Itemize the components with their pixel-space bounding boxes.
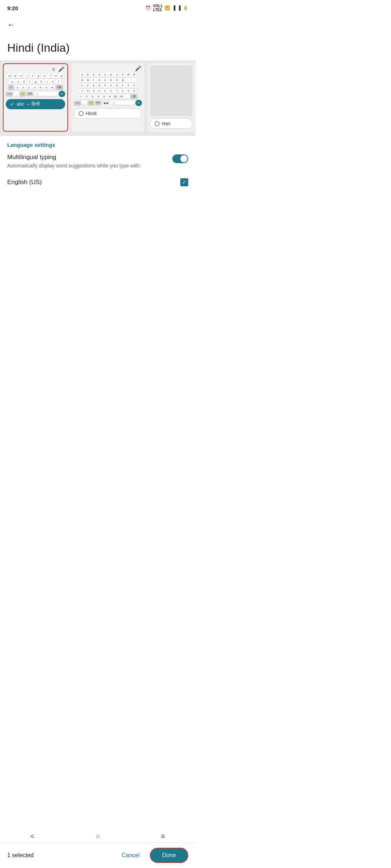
shift-key: ⇧ — [8, 85, 14, 90]
key-f: f — [27, 79, 32, 84]
qwerty-option-button[interactable]: ✓ abc → हिन्दी — [6, 99, 65, 109]
han-option-label: Han — [162, 121, 171, 126]
key-u: u7 — [42, 73, 47, 78]
key-v: v — [32, 85, 37, 90]
key-r: r4 — [24, 73, 29, 78]
enter-key: ↵ — [59, 91, 65, 97]
deva-key-sa2: स — [90, 94, 95, 99]
status-bar: 9:20 ⏰ VOL1LTE2 📶 ▐ ▐ 🔋 — [0, 0, 196, 14]
deva-key-pa: प — [79, 89, 84, 93]
multilingual-label: Multilingual typing — [7, 154, 172, 161]
signal2-icon: ▐ — [177, 5, 181, 10]
deva-key-da2: द — [120, 84, 125, 88]
key-j: j — [45, 79, 50, 84]
key-g: g — [33, 79, 38, 84]
qwerty-option-label: abc → हिन्दी — [17, 101, 40, 107]
deva-key-cha: च — [102, 78, 108, 82]
key-p: p0 — [59, 73, 64, 78]
deva-key-ka: क — [79, 78, 84, 82]
multilingual-setting-text: Multilingual typing Automatically displa… — [7, 154, 172, 170]
multilingual-toggle-container[interactable] — [172, 154, 188, 163]
deva-key-3: इ — [91, 73, 96, 77]
battery-icon: 🔋 — [183, 5, 188, 10]
toggle-knob — [180, 155, 188, 162]
han-option-button[interactable]: Han — [150, 118, 193, 129]
multilingual-desc: Automatically display word suggestions w… — [7, 162, 172, 170]
key-e: e3 — [18, 73, 24, 78]
key-y: y6 — [36, 73, 41, 78]
chevron-down-icon: ∨ — [52, 66, 55, 72]
space-key: | — [34, 92, 58, 96]
status-time: 9:20 — [7, 5, 18, 11]
num-key: ?२३ — [6, 92, 13, 96]
deva-key-dot3: . — [125, 94, 130, 99]
key-l: l — [56, 79, 61, 84]
backspace-key: ⌫ — [55, 85, 63, 90]
keyboard-card-qwerty[interactable]: ∨ 🎤 q1 w2 e3 r4 t5 y6 u7 i8 o9 p0 a s d … — [3, 63, 68, 132]
deva-space-key: | — [111, 101, 135, 105]
mic-icon-deva: 🎤 — [135, 65, 141, 71]
deva-key-la: ल — [120, 89, 125, 93]
key-k: k — [50, 79, 55, 84]
key-o: o9 — [53, 73, 58, 78]
key-w: w2 — [13, 73, 18, 78]
comma-key: , — [14, 92, 19, 96]
deva-key-chha: छ — [108, 78, 113, 82]
wifi-icon: 📶 — [165, 5, 170, 10]
deva-enter-key: ↵ — [135, 100, 142, 106]
key-z: z — [15, 85, 20, 90]
deva-key-1: अ — [79, 73, 84, 77]
deva-comma-key: , — [82, 101, 87, 105]
key-n: n — [44, 85, 49, 90]
key-q: q1 — [7, 73, 12, 78]
back-button[interactable]: ← — [0, 14, 196, 33]
deva-key-9: ओ — [126, 73, 131, 77]
deva-key-2: आ — [85, 73, 90, 77]
deva-key-sa: ष — [84, 94, 89, 99]
multilingual-toggle[interactable] — [172, 154, 188, 163]
key-c: c — [26, 85, 31, 90]
key-d: d — [21, 79, 26, 84]
deva-key-7: ए — [114, 73, 119, 77]
deva-key-ga: ग — [91, 78, 96, 82]
key-s: s — [16, 79, 21, 84]
deva-key-da: ड — [91, 84, 96, 88]
alarm-icon: ⏰ — [146, 5, 151, 10]
deva-key-shra: श्र — [113, 94, 118, 99]
deva-key-dha: ढ — [97, 84, 102, 88]
deva-key-ksha: क्ष — [107, 94, 112, 99]
deva-key-5: उ — [102, 73, 108, 77]
deva-key-jha: झ — [120, 78, 125, 82]
deva-key-ja2: ज़ — [101, 94, 106, 99]
hindi-option-label: Hindi — [86, 111, 97, 116]
deva-key-8: ऐ — [120, 73, 125, 77]
key-t: t5 — [30, 73, 35, 78]
english-us-checkbox[interactable]: ✓ — [180, 178, 188, 186]
keyboard-card-han[interactable]: Han — [148, 63, 195, 132]
deva-key-fa: फ — [85, 89, 90, 93]
mic-icon: 🎤 — [58, 66, 64, 72]
radio-han-icon — [155, 121, 160, 126]
keyboard-card-devanagari[interactable]: 🎤 अ आ इ ई उ ऊ ए ऐ ओ औ क ख ग घ च छ — [72, 63, 144, 132]
page-title: Hindi (India) — [0, 33, 196, 60]
signal1-icon: ▐ — [172, 5, 176, 10]
key-b: b — [38, 85, 43, 90]
deva-key-ja: ज — [114, 78, 119, 82]
deva-key-tha2: थ — [114, 84, 119, 88]
keyboard-carousel: ∨ 🎤 q1 w2 e3 r4 t5 y6 u7 i8 o9 p0 a s d … — [0, 60, 196, 136]
deva-key-ba: ब — [91, 89, 96, 93]
language-settings-title: Language settings — [7, 142, 188, 148]
hindi-option-button[interactable]: Hindi — [74, 108, 142, 119]
lte-icon: VOL1LTE2 — [153, 4, 163, 12]
lang-key: हिन्दी — [27, 92, 33, 96]
deva-key-ra: र — [114, 89, 119, 93]
deva-lang-key: हिन्दी — [95, 101, 101, 105]
deva-backspace: ⌫ — [130, 94, 138, 99]
deva-key-tha: ठ — [85, 84, 90, 88]
deva-rows: अ आ इ ई उ ऊ ए ऐ ओ औ क ख ग घ च छ ज झ . — [74, 73, 142, 106]
deva-key-va: व — [126, 89, 131, 93]
english-us-row: English (US) ✓ — [7, 175, 188, 189]
deva-emoji-key: 🙂 — [88, 101, 94, 105]
emoji-key: 🙂 — [20, 92, 26, 96]
qwerty-rows: q1 w2 e3 r4 t5 y6 u7 i8 o9 p0 a s d f g … — [6, 73, 65, 97]
